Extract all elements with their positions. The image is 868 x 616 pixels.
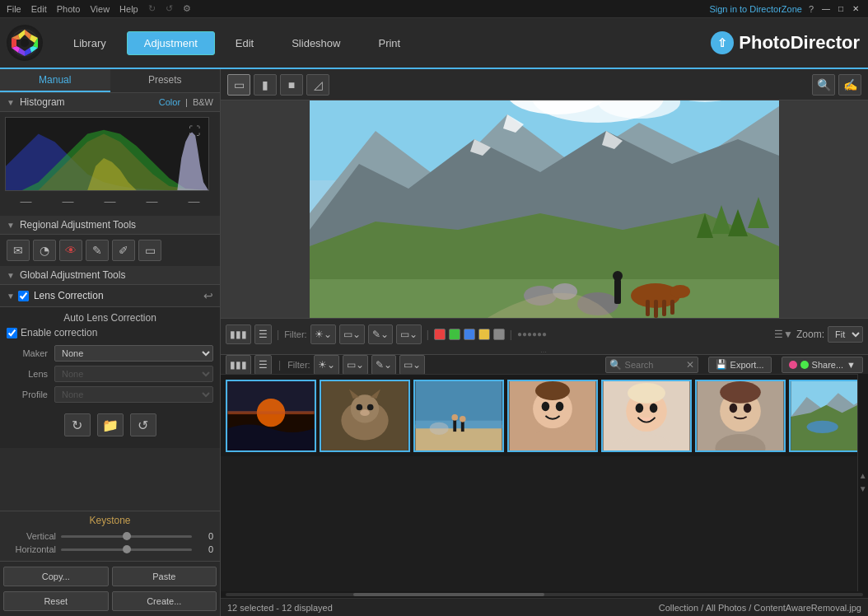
- hist-ctrl-4[interactable]: —: [147, 194, 158, 208]
- lens-reset-icon[interactable]: ↩: [203, 289, 213, 302]
- create-button[interactable]: Create...: [112, 591, 217, 611]
- filmstrip-thumb-7[interactable]: ✏: [789, 380, 857, 452]
- toolbar-forward-icon[interactable]: ↺: [166, 3, 173, 14]
- rotate-cw-icon[interactable]: ↻: [64, 413, 91, 436]
- copy-button[interactable]: Copy...: [3, 567, 109, 586]
- color-filter-gray[interactable]: [493, 329, 505, 340]
- filmstrip-thumb-3[interactable]: [413, 380, 504, 452]
- menu-view[interactable]: View: [90, 4, 110, 14]
- menu-edit[interactable]: Edit: [31, 4, 47, 14]
- view-filmstrip-btn[interactable]: ▮▮▮: [226, 324, 251, 344]
- tab-print[interactable]: Print: [361, 31, 418, 55]
- view-list-btn[interactable]: ☰: [254, 324, 272, 344]
- folder-icon[interactable]: 📁: [97, 413, 124, 436]
- tab-adjustment[interactable]: Adjustment: [127, 31, 215, 55]
- reset-button[interactable]: Reset: [3, 591, 109, 611]
- help-icon[interactable]: ?: [809, 4, 814, 14]
- share-button[interactable]: Share... ▼: [782, 357, 863, 373]
- filter-all-btn[interactable]: ☀⌄: [310, 324, 336, 344]
- lens-correction-header[interactable]: ▼ Lens Correction ↩: [0, 285, 220, 307]
- filmstrip-thumb-6[interactable]: [695, 380, 786, 452]
- view-grid-btn[interactable]: ■: [280, 74, 303, 96]
- profile-select[interactable]: None: [54, 386, 213, 403]
- search-box[interactable]: 🔍 ✕: [605, 357, 698, 373]
- close-button[interactable]: ✕: [850, 3, 861, 15]
- hist-ctrl-3[interactable]: —: [105, 194, 116, 208]
- search-clear-icon[interactable]: ✕: [686, 359, 694, 371]
- sign-in-link[interactable]: Sign in to DirectorZone: [709, 4, 802, 14]
- zoom-tool-btn[interactable]: 🔍: [812, 74, 835, 96]
- color-filter-blue[interactable]: [464, 329, 475, 340]
- tab-edit[interactable]: Edit: [218, 31, 271, 55]
- view-single-btn[interactable]: ▭: [227, 74, 250, 96]
- filmstrip-filter-extra[interactable]: ▭⌄: [399, 355, 425, 375]
- color-filter-red[interactable]: [434, 329, 446, 340]
- filmstrip-list-btn[interactable]: ☰: [254, 355, 272, 375]
- vertical-label: Vertical: [7, 531, 56, 541]
- rotate-ccw-icon[interactable]: ↺: [130, 413, 156, 436]
- maker-select[interactable]: None: [54, 345, 213, 362]
- sort-icon[interactable]: ☰▼: [774, 329, 793, 340]
- hist-ctrl-5[interactable]: —: [189, 194, 200, 208]
- toolbar-settings-icon[interactable]: ⚙: [183, 3, 191, 14]
- regional-tools-header[interactable]: ▼ Regional Adjustment Tools: [0, 216, 220, 235]
- horizontal-slider-thumb[interactable]: [123, 545, 131, 553]
- share-dropdown-icon[interactable]: ▼: [847, 360, 856, 370]
- hist-ctrl-2[interactable]: —: [63, 194, 74, 208]
- global-tools-header[interactable]: ▼ Global Adjustment Tools: [0, 266, 220, 285]
- filmstrip-thumb-5[interactable]: [601, 380, 692, 452]
- view-fullscreen-btn[interactable]: ◿: [306, 74, 329, 96]
- histogram-expand-icon[interactable]: ⛶: [189, 124, 200, 138]
- zoom-select[interactable]: Fit: [828, 326, 863, 343]
- vertical-slider-thumb[interactable]: [123, 532, 131, 540]
- scrollbar-track[interactable]: [226, 593, 863, 596]
- paste-button[interactable]: Paste: [112, 567, 217, 586]
- filmstrip-thumb-4[interactable]: [507, 380, 598, 452]
- filmstrip-thumb-1[interactable]: [226, 380, 316, 452]
- histogram-color-btn[interactable]: Color: [159, 97, 180, 107]
- maximize-button[interactable]: □: [835, 3, 847, 15]
- color-filter-yellow[interactable]: [478, 329, 490, 340]
- filmstrip-filter-all[interactable]: ☀⌄: [314, 355, 339, 375]
- filmstrip-thumb-2[interactable]: [320, 380, 410, 452]
- hist-ctrl-1[interactable]: —: [21, 194, 32, 208]
- toolbar-back-icon[interactable]: ↻: [148, 3, 156, 14]
- histogram-header[interactable]: ▼ Histogram Color | B&W: [0, 93, 220, 112]
- filter-flag-btn[interactable]: ▭⌄: [339, 324, 365, 344]
- scrollbar-thumb[interactable]: [353, 593, 544, 596]
- tab-manual[interactable]: Manual: [0, 69, 110, 92]
- gradient-tool[interactable]: ◔: [33, 240, 56, 261]
- enable-correction-checkbox[interactable]: [7, 328, 17, 338]
- stamp-tool[interactable]: ✐: [112, 240, 135, 261]
- menu-file[interactable]: File: [7, 4, 21, 14]
- minimize-button[interactable]: —: [820, 3, 832, 15]
- hand-tool-btn[interactable]: ✍: [838, 74, 861, 96]
- tab-presets[interactable]: Presets: [110, 69, 221, 92]
- color-filter-green[interactable]: [449, 329, 460, 340]
- lens-select[interactable]: None: [54, 366, 213, 382]
- export-button[interactable]: 💾 Export...: [708, 357, 772, 373]
- filmstrip-filter-flag[interactable]: ▭⌄: [343, 355, 368, 375]
- brush-tool[interactable]: ✎: [86, 240, 109, 261]
- tab-slideshow[interactable]: Slideshow: [274, 31, 357, 55]
- svg-point-55: [542, 401, 550, 410]
- filmstrip-grid-btn[interactable]: ▮▮▮: [226, 355, 251, 375]
- filmstrip-filter-brush[interactable]: ✎⌄: [371, 355, 396, 375]
- rect-tool[interactable]: ▭: [138, 240, 161, 261]
- scroll-down-arrow[interactable]: ▼: [859, 483, 867, 496]
- eye-tool[interactable]: 👁: [59, 240, 82, 261]
- view-compare-btn[interactable]: ▮: [254, 74, 277, 96]
- search-input[interactable]: [625, 360, 683, 370]
- crop-tool[interactable]: ✉: [7, 240, 30, 261]
- lens-correction-checkbox[interactable]: [18, 291, 29, 301]
- vertical-slider-track[interactable]: [61, 535, 192, 538]
- horizontal-slider-track[interactable]: [61, 548, 192, 551]
- scroll-up-arrow[interactable]: ▲: [859, 469, 867, 483]
- filter-brush-btn[interactable]: ✎⌄: [368, 324, 393, 344]
- histogram-bw-btn[interactable]: B&W: [193, 97, 213, 107]
- menu-help[interactable]: Help: [119, 4, 138, 14]
- tab-library[interactable]: Library: [56, 31, 124, 55]
- menu-photo[interactable]: Photo: [57, 4, 81, 14]
- regional-tools-arrow: ▼: [7, 221, 15, 230]
- filter-extra-btn[interactable]: ▭⌄: [396, 324, 422, 344]
